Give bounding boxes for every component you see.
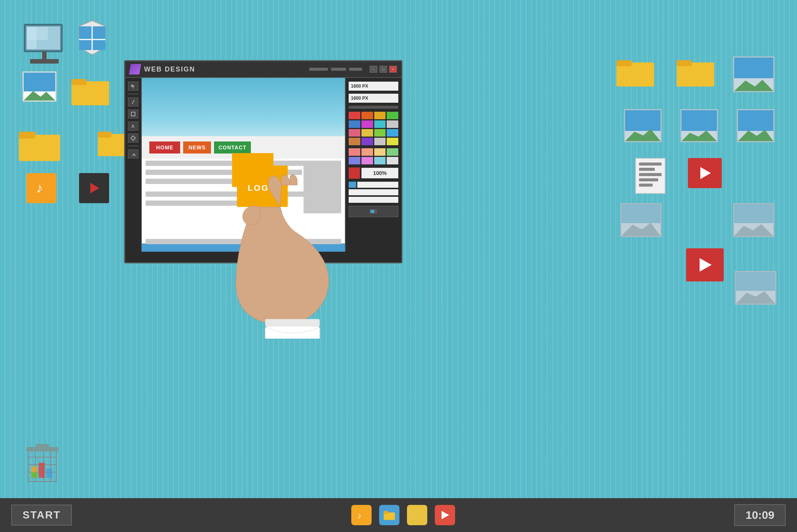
taskbar-folder-icon[interactable]	[379, 505, 399, 525]
shape-tool[interactable]	[128, 134, 138, 143]
maximize-button[interactable]: □	[380, 66, 387, 73]
window-title: WEB DESIGN	[144, 65, 309, 73]
photo-icon-light-1[interactable]	[620, 203, 662, 237]
width-field[interactable]: 1600 PX	[349, 82, 398, 91]
svg-marker-20	[90, 183, 99, 193]
svg-text:♪: ♪	[36, 180, 43, 196]
layer-row-3[interactable]	[349, 197, 398, 203]
nav-contact-button[interactable]: CONTACT	[214, 141, 251, 154]
color-silver[interactable]	[374, 138, 386, 145]
nav-home-button[interactable]: HOME	[149, 141, 180, 154]
svg-marker-46	[734, 224, 773, 236]
color-brown[interactable]	[349, 138, 360, 145]
minimize-button[interactable]: −	[370, 66, 377, 73]
color-sky[interactable]	[387, 129, 398, 137]
color-gold[interactable]	[361, 129, 373, 137]
color-salmon[interactable]	[349, 148, 360, 156]
svg-rect-32	[46, 468, 52, 478]
color-yellow[interactable]	[374, 112, 386, 119]
svg-marker-49	[131, 84, 135, 88]
color-purple[interactable]	[361, 120, 373, 128]
trash-icon[interactable]	[24, 444, 60, 487]
layer-color-1[interactable]	[349, 182, 356, 188]
svg-rect-3	[27, 27, 36, 49]
color-lemon[interactable]	[387, 138, 398, 145]
layer-row-2[interactable]	[349, 189, 398, 195]
color-mint[interactable]	[387, 148, 398, 156]
color-palette	[349, 112, 398, 145]
window-canvas: HOME NEWS CONTACT LOGO	[142, 78, 345, 252]
svg-line-50	[132, 100, 134, 104]
photo-icon-right-2[interactable]	[624, 109, 662, 142]
color-cyan[interactable]	[374, 157, 386, 164]
window-titlebar: WEB DESIGN − □ ×	[125, 61, 401, 78]
color-violet[interactable]	[361, 138, 373, 145]
color-green[interactable]	[387, 112, 398, 119]
text-tool[interactable]: A	[128, 122, 138, 131]
select-tool[interactable]	[128, 82, 138, 91]
fill-tool[interactable]	[128, 149, 138, 158]
svg-rect-58	[370, 210, 374, 213]
svg-rect-5	[30, 59, 59, 64]
color-lime[interactable]	[374, 129, 386, 137]
start-button[interactable]: START	[11, 505, 72, 526]
photo-icon-light-2[interactable]	[733, 203, 774, 237]
color-white[interactable]	[387, 157, 398, 164]
folder-icon-2[interactable]	[19, 128, 60, 163]
nav-news-button[interactable]: NEWS	[183, 141, 211, 154]
windows-shield-icon[interactable]	[75, 19, 113, 60]
color-peach[interactable]	[361, 148, 373, 156]
folder-icon-1[interactable]	[71, 75, 109, 107]
color-pink[interactable]	[349, 129, 360, 137]
color-orchid[interactable]	[361, 157, 373, 164]
play-icon-dark[interactable]	[79, 173, 109, 203]
photo-icon-right-4[interactable]	[680, 109, 718, 142]
logo-block[interactable]: LOGO	[232, 153, 273, 187]
layer-row-1	[349, 182, 398, 188]
taskbar-chat-icon[interactable]	[407, 505, 427, 525]
folder-icon-right-2[interactable]	[677, 56, 714, 88]
svg-rect-65	[384, 511, 388, 514]
color-blue[interactable]	[349, 120, 360, 128]
window-app-icon	[129, 64, 141, 74]
folder-icon-right-1[interactable]	[616, 56, 654, 88]
color-orange[interactable]	[361, 112, 373, 119]
color-teal[interactable]	[374, 120, 386, 128]
color-red[interactable]	[349, 112, 360, 119]
document-icon[interactable]	[635, 158, 665, 194]
photo-icon-1[interactable]	[23, 71, 56, 102]
pen-tool[interactable]	[128, 97, 138, 106]
color-lavender[interactable]	[349, 157, 360, 164]
taskbar: START ♪ 10:09	[0, 498, 797, 532]
taskbar-music-icon[interactable]: ♪	[351, 505, 372, 525]
monitor-icon[interactable]	[23, 23, 71, 68]
panel-scrollbar[interactable]	[349, 106, 398, 109]
layer-name-1[interactable]	[357, 182, 398, 188]
svg-rect-52	[131, 112, 135, 116]
play-icon-red-2[interactable]	[686, 248, 724, 281]
content-line-5	[146, 201, 263, 206]
svg-rect-35	[36, 444, 49, 448]
zoom-value[interactable]: 100%	[361, 168, 398, 178]
layer-panel	[349, 182, 398, 203]
zoom-color-swatch[interactable]	[349, 167, 360, 179]
svg-marker-48	[736, 291, 775, 304]
photo-icon-right-1[interactable]	[733, 56, 774, 92]
color-cream[interactable]	[374, 148, 386, 156]
music-icon[interactable]: ♪	[26, 173, 56, 203]
close-button[interactable]: ×	[389, 66, 397, 73]
svg-rect-31	[39, 463, 45, 478]
height-field[interactable]: 1600 PX	[349, 94, 398, 103]
content-line-4	[146, 192, 322, 197]
photo-icon-light-3[interactable]	[735, 271, 776, 305]
svg-point-56	[134, 155, 135, 156]
play-icon-red-1[interactable]	[688, 158, 722, 188]
right-panel: 1600 PX 1600 PX	[345, 78, 401, 252]
svg-rect-37	[616, 60, 632, 66]
svg-rect-8	[79, 40, 92, 50]
color-gray[interactable]	[387, 120, 398, 128]
photo-icon-right-3[interactable]	[737, 109, 774, 142]
rectangle-tool[interactable]	[128, 109, 138, 119]
panel-action-button[interactable]	[349, 206, 398, 217]
taskbar-play-icon[interactable]	[435, 505, 455, 525]
